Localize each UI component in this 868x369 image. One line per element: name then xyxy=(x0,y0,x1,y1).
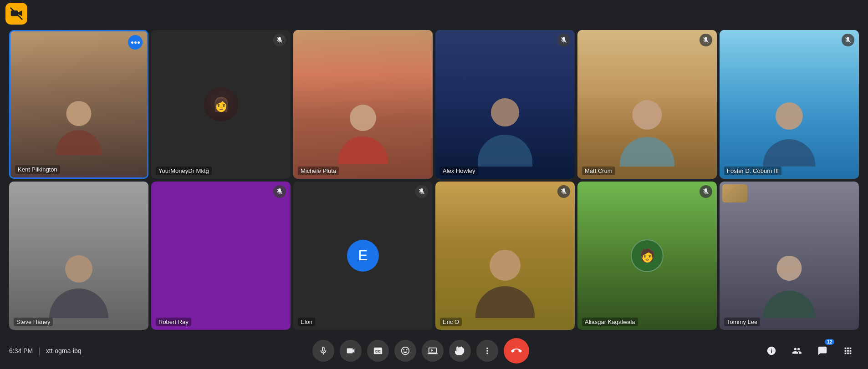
eric-mute-icon xyxy=(557,185,570,198)
video-tile-aliasgar[interactable]: 🧑 Aliasgar Kagalwala xyxy=(577,182,717,330)
meeting-code: xtt-ogma-ibq xyxy=(46,347,82,354)
video-tile-matt[interactable]: Matt Crum xyxy=(577,30,717,179)
tommy-name-label: Tommy Lee xyxy=(724,318,760,326)
aliasgar-name-label: Aliasgar Kagalwala xyxy=(582,318,638,326)
robert-mute-icon xyxy=(273,185,286,198)
steve-name-label: Steve Haney xyxy=(14,318,53,326)
video-tile-tommy[interactable]: Tommy Lee xyxy=(720,182,859,330)
video-tile-eric[interactable]: Eric O xyxy=(435,182,575,330)
yourmoney-name-label: YourMoneyDr Mktg xyxy=(156,167,212,175)
top-bar xyxy=(0,0,868,27)
yourmoney-mute-icon xyxy=(273,34,286,46)
kent-options[interactable] xyxy=(128,35,143,50)
people-button[interactable] xyxy=(786,340,808,362)
alex-mute-icon xyxy=(557,34,570,46)
elon-avatar: E xyxy=(347,240,379,272)
present-button[interactable] xyxy=(422,340,444,362)
video-tile-steve[interactable]: Steve Haney xyxy=(9,182,148,330)
bottom-bar: 6:34 PM | xtt-ogma-ibq xyxy=(0,333,868,369)
video-tile-robert[interactable]: Robert Ray xyxy=(151,182,291,330)
video-tile-elon[interactable]: E Elon xyxy=(293,182,433,330)
video-grid: Kent Pilkington 👩 YourMoneyDr Mktg Miche… xyxy=(0,27,868,333)
activities-button[interactable] xyxy=(837,340,859,362)
more-options-button[interactable] xyxy=(476,340,498,362)
raise-hand-button[interactable] xyxy=(449,340,471,362)
michele-name-label: Michele Pluta xyxy=(298,167,339,175)
matt-name-label: Matt Crum xyxy=(582,167,615,175)
kent-name-label: Kent Pilkington xyxy=(15,165,60,174)
elon-name-label: Elon xyxy=(298,318,315,326)
video-tile-michele[interactable]: Michele Pluta xyxy=(293,30,433,179)
matt-mute-icon xyxy=(700,34,712,46)
video-tile-yourmoney[interactable]: 👩 YourMoneyDr Mktg xyxy=(151,30,291,179)
emoji-button[interactable] xyxy=(394,340,416,362)
meeting-time: 6:34 PM xyxy=(9,347,33,354)
video-tile-kent[interactable]: Kent Pilkington xyxy=(9,30,148,179)
foster-name-label: Foster D. Coburn III xyxy=(724,167,781,175)
video-tile-alex[interactable]: Alex Howley xyxy=(435,30,575,179)
captions-button[interactable] xyxy=(367,340,389,362)
controls xyxy=(82,338,761,364)
elon-mute-icon xyxy=(415,185,428,198)
mic-button[interactable] xyxy=(312,340,334,362)
meeting-info: 6:34 PM | xtt-ogma-ibq xyxy=(9,346,82,356)
robert-name-label: Robert Ray xyxy=(156,318,191,326)
meeting-divider: | xyxy=(38,346,41,356)
camera-button[interactable] xyxy=(340,340,362,362)
eric-name-label: Eric O xyxy=(440,318,462,326)
foster-mute-icon xyxy=(842,34,854,46)
chat-button-wrapper: 12 xyxy=(812,340,833,362)
chat-badge: 12 xyxy=(825,339,834,345)
aliasgar-mute-icon xyxy=(700,185,712,198)
video-tile-foster[interactable]: Foster D. Coburn III xyxy=(720,30,859,179)
alex-name-label: Alex Howley xyxy=(440,167,478,175)
app-icon xyxy=(5,3,27,25)
info-button[interactable] xyxy=(761,340,782,362)
end-call-button[interactable] xyxy=(504,338,529,364)
right-controls: 12 xyxy=(761,340,859,362)
